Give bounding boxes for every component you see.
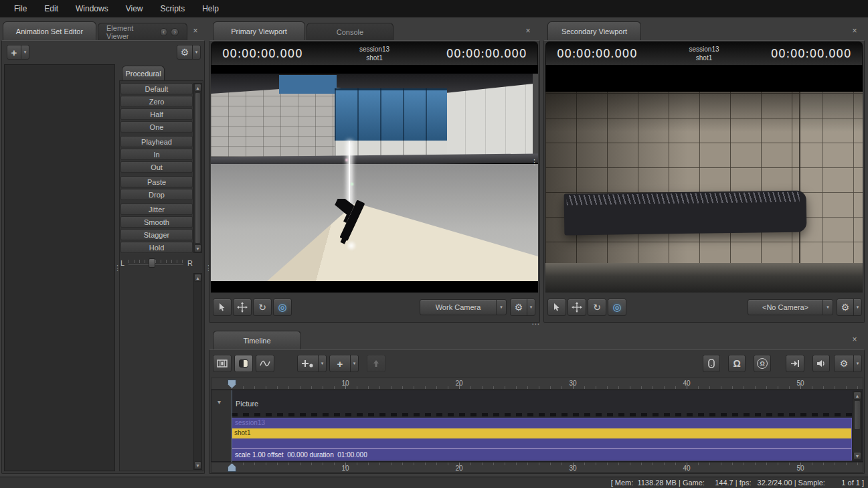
- snap-magnet-frames-button[interactable]: Ω: [754, 355, 771, 372]
- move-tool-button[interactable]: [568, 299, 586, 316]
- rotate-tool-button[interactable]: ↻: [253, 299, 272, 316]
- preset-one[interactable]: One: [120, 121, 193, 133]
- menu-windows[interactable]: Windows: [67, 1, 117, 17]
- scroll-up-icon[interactable]: ▲: [853, 392, 861, 400]
- clip-editor-mode-button[interactable]: [213, 355, 232, 372]
- animation-set-tree[interactable]: [4, 64, 115, 471]
- ruler-tick-label: 20: [449, 465, 469, 472]
- timeline-settings-button[interactable]: ⚙ ▾: [834, 355, 862, 372]
- preset-in[interactable]: In: [120, 149, 193, 160]
- timeline-splitter-handle[interactable]: ⋯: [531, 319, 539, 329]
- select-tool-button[interactable]: [547, 299, 566, 316]
- preset-smooth[interactable]: Smooth: [120, 216, 193, 228]
- tab-console[interactable]: Console: [307, 23, 394, 40]
- viewport-settings-button[interactable]: ⚙ ▾: [510, 299, 535, 316]
- add-clip-button[interactable]: + ▾: [329, 355, 359, 372]
- motion-editor-mode-button[interactable]: [234, 355, 253, 372]
- add-animation-set-button[interactable]: + ▾: [7, 45, 29, 60]
- gear-icon: ⚙: [835, 358, 853, 369]
- slider-right-label: R: [187, 259, 193, 267]
- tab-element-viewer[interactable]: Element Viewer ‹ ›: [98, 23, 187, 40]
- move-tool-button[interactable]: [233, 299, 252, 316]
- chevron-down-icon: ▾: [192, 46, 200, 59]
- preset-hold[interactable]: Hold: [120, 242, 193, 253]
- slider-thumb[interactable]: [149, 258, 155, 268]
- scroll-down-icon[interactable]: ▼: [194, 244, 201, 252]
- orbit-tool-button[interactable]: ◎: [608, 299, 626, 316]
- tree-splitter-handle[interactable]: ⋮: [114, 266, 121, 270]
- preset-out[interactable]: Out: [120, 161, 193, 173]
- menu-scripts[interactable]: Scripts: [152, 1, 194, 17]
- scroll-up-icon[interactable]: ▲: [194, 274, 201, 282]
- add-keyframe-button[interactable]: ▾: [297, 355, 327, 372]
- status-bar: [ Mem: 1138.28 MB | Game: 144.7 | fps: 3…: [0, 477, 868, 488]
- preset-paste[interactable]: Paste: [120, 176, 193, 187]
- history-forward-button[interactable]: ›: [171, 28, 179, 36]
- wall-highlight-right: [799, 92, 863, 267]
- primary-viewport-canvas[interactable]: [211, 65, 538, 293]
- shot-clip[interactable]: shot1: [232, 428, 851, 438]
- panel-settings-button[interactable]: ⚙ ▾: [177, 45, 201, 60]
- track-expander[interactable]: ▾: [218, 398, 221, 406]
- camera-selector[interactable]: <No Camera> ▾: [748, 299, 833, 315]
- chevron-down-icon: ▾: [822, 300, 833, 315]
- slider-track[interactable]: [128, 264, 183, 265]
- history-back-button[interactable]: ‹: [160, 28, 168, 36]
- stall-blue-upper: [279, 75, 337, 94]
- close-panel-button[interactable]: ×: [850, 335, 859, 344]
- timeline-ruler-top[interactable]: 10 20 30 40 50: [211, 378, 863, 390]
- track-scrollbar[interactable]: ▲ ▼: [853, 391, 862, 461]
- graph-editor-mode-button[interactable]: [256, 355, 274, 372]
- scroll-thumb[interactable]: [195, 92, 201, 244]
- clip-shot-label: shot1: [234, 429, 250, 436]
- go-to-end-button[interactable]: [786, 355, 804, 372]
- audio-mute-button[interactable]: [812, 355, 830, 372]
- timeline-ruler-bottom[interactable]: 10 20 30 40 50: [211, 462, 863, 473]
- preset-jitter[interactable]: Jitter: [120, 204, 193, 215]
- tab-secondary-viewport[interactable]: Secondary Viewport: [547, 21, 641, 40]
- menu-file[interactable]: File: [5, 1, 35, 17]
- tab-animation-set-editor[interactable]: Animation Set Editor: [3, 21, 96, 40]
- preset-playhead[interactable]: Playhead: [120, 136, 193, 147]
- secondary-viewport-canvas[interactable]: [545, 65, 863, 293]
- preset-default[interactable]: Default: [120, 83, 193, 94]
- orbit-tool-button[interactable]: ◎: [273, 299, 292, 316]
- session-clip[interactable]: session13 shot1 scale 1.00 offset 00.000…: [232, 418, 852, 461]
- scroll-up-icon[interactable]: ▲: [194, 84, 201, 92]
- camera-selector[interactable]: Work Camera ▾: [420, 299, 507, 315]
- preset-drop[interactable]: Drop: [120, 189, 193, 200]
- viewport-splitter-handle[interactable]: ⋮: [531, 161, 538, 164]
- preset-scrollbar[interactable]: ▲ ▼: [193, 83, 202, 253]
- close-panel-button[interactable]: ×: [191, 26, 200, 35]
- rotate-tool-button[interactable]: ↻: [588, 299, 606, 316]
- preset-half[interactable]: Half: [120, 108, 193, 120]
- menu-view[interactable]: View: [117, 1, 152, 17]
- tab-primary-viewport[interactable]: Primary Viewport: [213, 21, 305, 40]
- up-one-level-button[interactable]: [367, 355, 385, 372]
- close-panel-button[interactable]: ×: [850, 26, 859, 35]
- viewport-settings-button[interactable]: ⚙ ▾: [837, 299, 862, 316]
- lower-scrollbar[interactable]: ▲ ▼: [193, 273, 202, 470]
- snap-magnet-button[interactable]: Ω: [728, 355, 746, 372]
- session-shot-label: session13 shot1: [689, 45, 719, 62]
- menu-edit[interactable]: Edit: [35, 1, 67, 17]
- secondary-viewport-panel: Secondary Viewport × 00:00:00.000 sessio…: [543, 21, 865, 323]
- tab-timeline[interactable]: Timeline: [213, 331, 301, 349]
- preset-zero[interactable]: Zero: [120, 96, 193, 107]
- snap-playhead-button[interactable]: [703, 355, 720, 372]
- scroll-thumb[interactable]: [854, 400, 861, 430]
- close-panel-button[interactable]: ×: [523, 26, 533, 35]
- app-window: File Edit Windows View Scripts Help Anim…: [0, 0, 868, 488]
- timecode-right: 00:00:00.000: [771, 47, 851, 60]
- scroll-down-icon[interactable]: ▼: [853, 452, 861, 460]
- menu-help[interactable]: Help: [193, 1, 228, 17]
- ruler-tick-label: 20: [449, 380, 469, 387]
- rotate-icon: ↻: [593, 302, 601, 313]
- tab-procedural[interactable]: Procedural: [122, 66, 165, 80]
- stall-dividers: [335, 88, 447, 141]
- chevron-down-icon: ▾: [350, 355, 358, 372]
- scroll-down-icon[interactable]: ▼: [194, 461, 201, 469]
- preset-stagger[interactable]: Stagger: [120, 229, 193, 240]
- select-tool-button[interactable]: [213, 299, 232, 316]
- menu-bar: File Edit Windows View Scripts Help: [0, 0, 868, 17]
